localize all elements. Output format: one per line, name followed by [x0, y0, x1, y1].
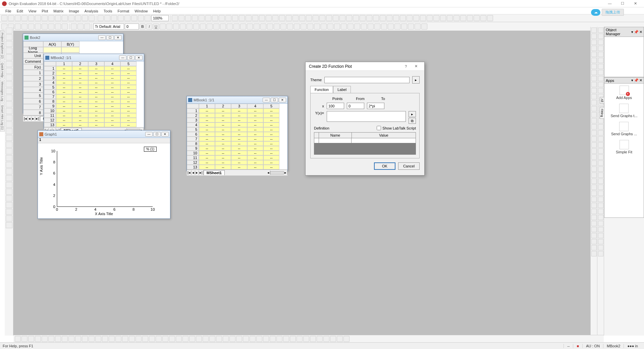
toolbar-button[interactable]: [173, 23, 179, 30]
toolbar-button[interactable]: [393, 15, 399, 21]
tool-button[interactable]: [598, 154, 603, 160]
plot-type-button[interactable]: [203, 336, 209, 342]
tool-button[interactable]: [598, 239, 603, 244]
tool-button[interactable]: [6, 202, 12, 208]
matrix-cell[interactable]: --: [72, 99, 88, 104]
col-header[interactable]: 5: [120, 61, 137, 66]
row-header[interactable]: 11: [44, 113, 56, 118]
plot-type-button[interactable]: [169, 336, 175, 342]
row-header[interactable]: 8: [187, 141, 199, 146]
tool-button[interactable]: [6, 68, 12, 74]
col-header[interactable]: A(X): [43, 41, 61, 47]
tool-button[interactable]: [598, 28, 603, 33]
matrix-cell[interactable]: --: [247, 155, 263, 160]
zoom-select[interactable]: [151, 15, 169, 21]
toolbar-button[interactable]: [487, 15, 493, 21]
toolbar-button[interactable]: [334, 23, 340, 30]
plot-type-button[interactable]: [303, 336, 309, 342]
matrix-cell[interactable]: --: [263, 155, 279, 160]
row-header[interactable]: 3: [187, 118, 199, 122]
plot-type-button[interactable]: [28, 336, 34, 342]
tool-button[interactable]: [6, 108, 12, 114]
italic-button[interactable]: I: [146, 23, 152, 30]
toolbar-button[interactable]: [62, 23, 68, 30]
plot-type-button[interactable]: [189, 336, 195, 342]
tool-button[interactable]: [598, 124, 603, 130]
matrix-cell[interactable]: --: [231, 108, 247, 113]
toolbar-button[interactable]: [15, 15, 21, 21]
toolbar-button[interactable]: [178, 15, 184, 21]
toolbar-button[interactable]: [306, 15, 312, 21]
row-header[interactable]: 3: [44, 76, 56, 80]
cloud-upload-badge[interactable]: ☁ 拖拽上传: [591, 9, 624, 16]
plot-type-button[interactable]: [15, 336, 21, 342]
plot-type-button[interactable]: [129, 336, 135, 342]
matrix-cell[interactable]: --: [120, 90, 137, 94]
plot-type-button[interactable]: [122, 336, 128, 342]
help-button[interactable]: ?: [401, 64, 411, 68]
matrix-cell[interactable]: --: [215, 165, 231, 169]
layer-indicator[interactable]: 1: [38, 138, 170, 143]
plot-type-button[interactable]: [149, 336, 155, 342]
plot-type-button[interactable]: [236, 336, 242, 342]
matrix-cell[interactable]: --: [72, 90, 88, 94]
plot-type-button[interactable]: [115, 336, 121, 342]
matrix-cell[interactable]: --: [215, 113, 231, 118]
pin-icon[interactable]: 📌: [634, 78, 639, 83]
toolbar-button[interactable]: [314, 23, 320, 30]
matrix-cell[interactable]: --: [120, 76, 137, 80]
matrix-cell[interactable]: --: [56, 71, 72, 76]
plot-type-button[interactable]: [343, 336, 350, 342]
matrix-cell[interactable]: --: [104, 104, 120, 108]
tool-button[interactable]: [591, 94, 597, 99]
toolbar-button[interactable]: [407, 15, 413, 21]
row-number[interactable]: 8: [23, 110, 43, 115]
matrix-cell[interactable]: --: [199, 141, 215, 146]
min-icon[interactable]: —: [98, 35, 106, 40]
matrix-cell[interactable]: --: [215, 118, 231, 122]
tool-button[interactable]: [6, 148, 12, 154]
tool-button[interactable]: [598, 172, 603, 178]
toolbar-button[interactable]: [48, 15, 54, 21]
tool-button[interactable]: [591, 34, 597, 39]
toolbar-button[interactable]: [480, 15, 486, 21]
matrix-cell[interactable]: --: [120, 80, 137, 85]
toolbar-button[interactable]: [427, 15, 433, 21]
tool-button[interactable]: [6, 41, 12, 47]
toolbar-button[interactable]: [89, 15, 95, 21]
plot-type-button[interactable]: [75, 336, 81, 342]
matrix-cell[interactable]: --: [104, 90, 120, 94]
apps-tab-all[interactable]: All: [600, 97, 604, 104]
toolbar-button[interactable]: [185, 15, 191, 21]
matrix-cell[interactable]: --: [247, 132, 263, 137]
toolbar-button[interactable]: [353, 15, 359, 21]
col-header[interactable]: 5: [263, 104, 279, 108]
tool-button[interactable]: [6, 162, 12, 168]
matrix-cell[interactable]: --: [88, 99, 104, 104]
matrix-cell[interactable]: --: [120, 71, 137, 76]
matrix-cell[interactable]: --: [215, 132, 231, 137]
matrix-cell[interactable]: --: [120, 99, 137, 104]
toolbar-button[interactable]: [420, 15, 426, 21]
matrix-cell[interactable]: --: [263, 146, 279, 151]
col-header[interactable]: 3: [231, 104, 247, 108]
tool-button[interactable]: [591, 142, 597, 148]
matrix-cell[interactable]: --: [104, 71, 120, 76]
plot-type-button[interactable]: [142, 336, 148, 342]
tool-button[interactable]: [6, 54, 12, 60]
matrix-cell[interactable]: --: [72, 85, 88, 90]
matrix-cell[interactable]: --: [231, 151, 247, 155]
matrix-cell[interactable]: --: [199, 146, 215, 151]
tool-button[interactable]: [598, 148, 603, 154]
max-icon[interactable]: ☐: [127, 55, 135, 60]
matrix-cell[interactable]: --: [104, 80, 120, 85]
app-add-apps[interactable]: Add Apps: [616, 86, 632, 100]
matrix-cell[interactable]: --: [247, 165, 263, 169]
toolbar-button[interactable]: [118, 15, 124, 21]
toolbar-button[interactable]: [301, 23, 307, 30]
tool-button[interactable]: [6, 95, 12, 101]
row-header[interactable]: 10: [187, 151, 199, 155]
matrix-cell[interactable]: --: [215, 108, 231, 113]
tool-button[interactable]: [598, 34, 603, 39]
toolbar-button[interactable]: [299, 15, 305, 21]
